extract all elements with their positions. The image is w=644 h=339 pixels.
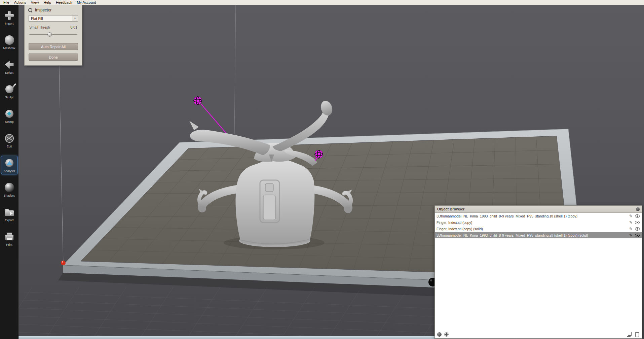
tool-label: Shaders (4, 194, 15, 197)
defect-marker-1[interactable] (194, 97, 226, 133)
edit-object-icon[interactable]: ✎ (628, 214, 634, 218)
tool-sidebar: Import Meshmix Select Sculpt Stamp Edit … (0, 5, 18, 339)
sidebar-item-import[interactable]: Import (1, 8, 18, 27)
threshold-value: 0.01 (71, 25, 77, 29)
sidebar-item-print[interactable]: Print (1, 230, 18, 248)
visibility-eye-icon[interactable] (634, 220, 640, 225)
object-row[interactable]: Finger, Index.stl (copy) ✎ (435, 219, 642, 226)
edit-object-icon[interactable]: ✎ (628, 227, 634, 231)
edit-icon (4, 133, 15, 144)
chevron-down-icon[interactable]: ▼ (72, 15, 78, 21)
object-browser-header: Object Browser (435, 206, 642, 213)
delete-object-icon[interactable] (635, 332, 639, 337)
sidebar-item-stamp[interactable]: Stamp (1, 107, 18, 125)
inspector-panel: Inspector Flat Fill ▼ Small Thresh 0.01 … (24, 5, 82, 66)
add-object-icon[interactable] (444, 332, 449, 337)
magnifier-icon (28, 8, 33, 12)
tool-label: Stamp (5, 120, 13, 124)
object-browser-footer (435, 331, 642, 338)
tool-label: Sculpt (5, 96, 13, 99)
menu-item-my-account[interactable]: My Account (75, 0, 99, 5)
visibility-eye-icon[interactable] (634, 227, 640, 231)
inspector-header: Inspector (25, 5, 82, 14)
object-row[interactable]: 3Dhumanmodel_NL_Kima_1993_child_8-9 year… (435, 213, 642, 219)
object-name: 3Dhumanmodel_NL_Kima_1993_child_8-9 year… (437, 233, 628, 237)
horizontal-scrollbar[interactable] (18, 336, 448, 339)
object-browser-panel: Object Browser 3Dhumanmodel_NL_Kima_1993… (434, 205, 642, 339)
sidebar-item-analysis[interactable]: Analysis (1, 156, 18, 174)
menu-item-feedback[interactable]: Feedback (54, 0, 75, 5)
object-browser-title: Object Browser (437, 207, 464, 211)
sidebar-item-edit[interactable]: Edit (1, 131, 18, 150)
inspector-title: Inspector (35, 8, 51, 12)
threshold-slider[interactable] (29, 32, 77, 37)
sidebar-item-select[interactable]: Select (1, 58, 18, 76)
fill-mode-dropdown[interactable]: Flat Fill ▼ (29, 15, 78, 22)
edit-object-icon[interactable]: ✎ (628, 220, 634, 225)
duplicate-object-icon[interactable] (627, 332, 632, 337)
object-name: Finger, Index.stl (copy) (437, 221, 628, 225)
tool-label: Meshmix (3, 46, 15, 50)
edit-object-icon[interactable]: ✎ (628, 233, 634, 238)
fill-mode-value: Flat Fill (31, 16, 43, 21)
menu-item-actions[interactable]: Actions (13, 0, 30, 5)
object-list: 3Dhumanmodel_NL_Kima_1993_child_8-9 year… (435, 213, 642, 331)
select-icon (4, 59, 15, 70)
tool-label: Print (6, 243, 12, 246)
tool-label: Export (5, 218, 13, 222)
visibility-eye-icon[interactable] (634, 233, 640, 237)
origin-sphere (61, 261, 66, 265)
tool-label: Select (5, 71, 13, 74)
object-name: Finger, Index.stl (copy) (solid) (437, 227, 628, 231)
shaders-icon (4, 182, 15, 193)
menu-item-help[interactable]: Help (42, 0, 54, 5)
meshmix-icon (4, 34, 15, 46)
threshold-label: Small Thresh (29, 25, 50, 29)
object-row[interactable]: 3Dhumanmodel_NL_Kima_1993_child_8-9 year… (435, 232, 642, 238)
view-objects-icon[interactable] (437, 332, 442, 337)
panel-close-button[interactable] (636, 207, 640, 211)
menu-bar: File Actions View Help Feedback My Accou… (0, 0, 644, 5)
object-row[interactable]: Finger, Index.stl (copy) (solid) ✎ (435, 226, 642, 232)
sidebar-item-export[interactable]: Export (1, 205, 18, 224)
stamp-icon (4, 108, 15, 120)
object-name: 3Dhumanmodel_NL_Kima_1993_child_8-9 year… (437, 214, 628, 218)
sidebar-item-shaders[interactable]: Shaders (1, 180, 18, 199)
tool-label: Import (5, 22, 14, 25)
import-icon (4, 10, 15, 21)
sculpt-icon (4, 83, 15, 95)
threshold-row: Small Thresh 0.01 (29, 25, 77, 29)
menu-item-view[interactable]: View (30, 0, 42, 5)
slider-thumb[interactable] (47, 32, 52, 37)
sidebar-item-sculpt[interactable]: Sculpt (1, 82, 18, 101)
auto-repair-all-button[interactable]: Auto Repair All (29, 43, 78, 50)
analysis-icon (4, 157, 15, 169)
print-icon (4, 231, 15, 242)
tool-label: Analysis (4, 169, 15, 173)
tool-label: Edit (7, 145, 12, 148)
visibility-eye-icon[interactable] (634, 214, 640, 218)
sidebar-item-meshmix[interactable]: Meshmix (1, 33, 18, 52)
menu-item-file[interactable]: File (2, 0, 13, 5)
export-icon (4, 206, 15, 218)
done-button[interactable]: Done (29, 54, 78, 61)
